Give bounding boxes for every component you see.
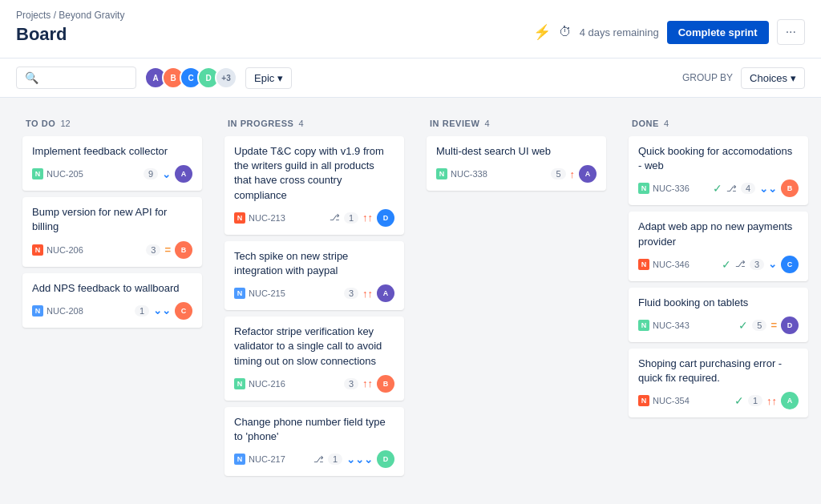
card-title: Add NPS feedback to wallboard (32, 281, 192, 296)
card-id: N NUC-343 (638, 320, 690, 331)
card-id: N NUC-217 (234, 454, 285, 465)
priority-icon: ↑ (570, 168, 576, 180)
card-title: Bump version for new API for billing (32, 205, 192, 234)
card-nuc-205[interactable]: Implement feedback collector N NUC-205 9… (22, 136, 202, 191)
choices-dropdown[interactable]: Choices ▾ (741, 67, 805, 89)
branch-icon: ⎇ (735, 259, 746, 269)
card-id: N NUC-215 (234, 288, 285, 299)
card-title: Implement feedback collector (32, 144, 192, 159)
column-count: 4 (664, 119, 669, 128)
card-id: N NUC-336 (638, 183, 690, 194)
card-nuc-336[interactable]: Quick booking for accomodations - web N … (629, 136, 808, 205)
tag-icon: N (32, 305, 43, 317)
chevron-down-icon: ▾ (791, 72, 796, 84)
card-nuc-346[interactable]: Adapt web app no new payments provider N… (629, 212, 808, 280)
complete-sprint-button[interactable]: Complete sprint (667, 21, 769, 44)
card-avatar: B (377, 375, 394, 393)
card-nuc-216[interactable]: Refactor stripe verification key validat… (224, 317, 404, 401)
branch-icon: ⎇ (330, 212, 340, 223)
column-title: TO DO (26, 119, 55, 128)
card-id: N NUC-208 (32, 305, 83, 317)
card-nuc-213[interactable]: Update T&C copy with v1.9 from the write… (224, 136, 404, 235)
breadcrumb: Projects / Beyond Gravity (16, 10, 124, 21)
search-icon: 🔍 (25, 71, 38, 84)
card-nuc-343[interactable]: Fluid booking on tablets N NUC-343 ✓ 5 =… (629, 288, 808, 342)
card-id: N NUC-354 (638, 395, 690, 406)
card-avatar: D (781, 317, 799, 334)
story-points: 5 (551, 168, 565, 179)
card-meta: ⎇ 1 ↑↑ D (330, 209, 394, 227)
card-meta: 1 ⌄⌄ C (135, 302, 192, 320)
checkmark-icon: ✓ (734, 394, 744, 407)
priority-icon: = (770, 319, 777, 331)
group-by-label: GROUP BY (682, 72, 733, 83)
story-points: 1 (328, 454, 342, 465)
checkmark-icon: ✓ (738, 319, 748, 332)
priority-icon: ⌄⌄⌄ (346, 454, 373, 466)
search-input[interactable] (43, 72, 127, 84)
card-meta: 3 ↑↑ A (344, 284, 394, 302)
branch-icon: ⎇ (313, 454, 324, 465)
card-nuc-217[interactable]: Change phone number field type to 'phone… (224, 407, 404, 476)
column-in-progress: IN PROGRESS 4 Update T&C copy with v1.9 … (218, 111, 410, 482)
tag-icon: N (436, 168, 447, 179)
card-avatar: C (781, 256, 799, 273)
card-nuc-215[interactable]: Tech spike on new stripe integration wit… (224, 241, 404, 310)
priority-icon: ⌄⌄ (759, 183, 777, 195)
more-options-button[interactable]: ··· (777, 19, 805, 45)
group-by-section: GROUP BY Choices ▾ (682, 67, 805, 89)
column-count: 4 (298, 119, 303, 128)
card-title: Tech spike on new stripe integration wit… (234, 249, 394, 278)
avatar-overflow[interactable]: +3 (215, 67, 237, 89)
timer-text: 4 days remaining (580, 26, 659, 38)
tag-icon: N (234, 288, 245, 299)
column-title: DONE (632, 119, 659, 128)
board: TO DO 12 Implement feedback collector N … (0, 98, 821, 495)
column-title: IN REVIEW (430, 119, 479, 128)
card-meta: ✓ ⎇ 3 ⌄ C (722, 256, 799, 273)
card-meta: ✓ ⎇ 4 ⌄⌄ B (713, 179, 799, 197)
tag-icon: N (638, 320, 649, 331)
story-points: 1 (344, 212, 358, 224)
timer-icon: ⏱ (559, 25, 572, 39)
tag-icon: N (32, 168, 43, 179)
card-id: N NUC-338 (436, 168, 487, 179)
epic-filter-button[interactable]: Epic ▾ (245, 67, 292, 89)
card-avatar: A (781, 392, 799, 409)
story-points: 1 (748, 395, 762, 406)
tag-icon: N (234, 454, 245, 465)
card-nuc-338[interactable]: Multi-dest search UI web N NUC-338 5 ↑ A (427, 136, 606, 191)
card-avatar: B (781, 179, 799, 197)
story-points: 5 (752, 320, 766, 331)
card-avatar: A (579, 165, 597, 183)
tag-icon: N (638, 183, 649, 194)
card-id: N NUC-346 (638, 259, 690, 270)
card-avatar: B (175, 241, 192, 259)
column-in-review: IN REVIEW 4 Multi-dest search UI web N N… (420, 111, 613, 482)
tag-icon: N (32, 244, 43, 256)
card-meta: 3 = B (146, 241, 192, 259)
story-points: 3 (146, 244, 160, 256)
card-nuc-208[interactable]: Add NPS feedback to wallboard N NUC-208 … (22, 273, 202, 328)
card-title: Update T&C copy with v1.9 from the write… (234, 144, 394, 203)
page-title: Board (16, 24, 124, 54)
card-title: Adapt web app no new payments provider (638, 220, 799, 248)
card-title: Refactor stripe verification key validat… (234, 325, 394, 369)
search-box[interactable]: 🔍 (16, 67, 136, 89)
story-points: 3 (344, 288, 358, 299)
priority-icon: ⌄⌄ (153, 304, 171, 317)
card-id: N NUC-213 (234, 212, 285, 224)
card-nuc-206[interactable]: Bump version for new API for billing N N… (22, 197, 202, 266)
tag-icon: N (638, 259, 649, 270)
avatar-filter[interactable]: A B C D +3 (144, 67, 237, 89)
card-meta: ✓ 5 = D (738, 317, 799, 334)
column-count: 4 (484, 119, 489, 128)
card-avatar: D (377, 450, 394, 468)
card-nuc-354[interactable]: Shoping cart purchasing error - quick fi… (629, 349, 808, 417)
story-points: 3 (344, 378, 358, 389)
card-avatar: A (377, 284, 394, 302)
card-meta: 3 ↑↑ B (344, 375, 394, 393)
priority-icon: ↑↑ (362, 377, 373, 389)
bolt-icon: ⚡ (533, 23, 551, 41)
priority-icon: = (164, 244, 171, 256)
